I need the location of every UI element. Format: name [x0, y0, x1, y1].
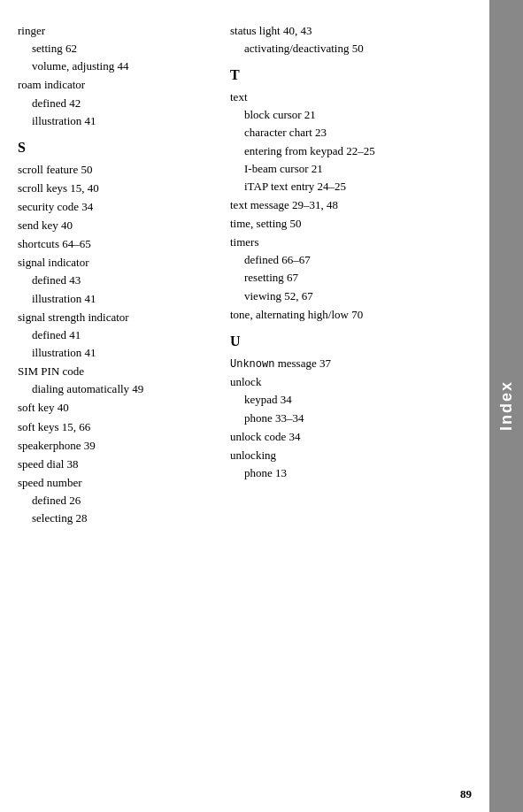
index-entry: unlock: [230, 373, 472, 391]
index-sub-entry: block cursor 21: [230, 106, 472, 124]
index-sub-entry: illustration 41: [18, 344, 212, 362]
index-sub-entry: resetting 67: [230, 269, 472, 287]
index-sub-entry: defined 42: [18, 95, 212, 112]
index-sub-entry: phone 13: [230, 464, 472, 482]
index-entry: speakerphone 39: [18, 437, 212, 455]
index-sub-entry: setting 62: [18, 40, 212, 57]
index-sub-entry: defined 26: [18, 492, 212, 509]
index-entry: status light 40, 43: [230, 22, 472, 40]
index-entry: shortcuts 64–65: [18, 235, 212, 253]
index-entry: speed dial 38: [18, 456, 212, 473]
index-sub-entry: keypad 34: [230, 391, 472, 409]
index-entry: time, setting 50: [230, 215, 472, 233]
main-content: ringersetting 62volume, adjusting 44roam…: [0, 0, 489, 812]
index-sub-entry: phone 33–34: [230, 410, 472, 427]
index-entry: signal indicator: [18, 254, 212, 272]
index-sub-entry: defined 66–67: [230, 251, 472, 269]
index-entry: timers: [230, 234, 472, 251]
section-letter: T: [230, 65, 472, 87]
index-entry: send key 40: [18, 217, 212, 234]
index-sub-entry: illustration 41: [18, 112, 212, 130]
index-entry: SIM PIN code: [18, 363, 212, 380]
index-sub-entry: viewing 52, 67: [230, 287, 472, 305]
index-entry: soft keys 15, 66: [18, 418, 212, 436]
index-sub-entry: character chart 23: [230, 124, 472, 142]
index-sub-entry: defined 41: [18, 326, 212, 344]
index-sub-entry: iTAP text entry 24–25: [230, 178, 472, 195]
index-entry: security code 34: [18, 198, 212, 216]
index-sub-entry: illustration 41: [18, 290, 212, 308]
sidebar: Index: [489, 0, 523, 812]
index-entry: scroll keys 15, 40: [18, 180, 212, 197]
mono-word: Unknown: [230, 358, 274, 371]
index-entry: roam indicator: [18, 76, 212, 94]
index-entry: soft key 40: [18, 399, 212, 417]
index-entry: unlocking: [230, 447, 472, 464]
left-column: ringersetting 62volume, adjusting 44roam…: [18, 21, 212, 794]
index-sub-entry: I-beam cursor 21: [230, 160, 472, 178]
section-letter: U: [230, 331, 472, 353]
index-entry: signal strength indicator: [18, 309, 212, 326]
index-entry: tone, alternating high/low 70: [230, 306, 472, 324]
index-sub-entry: volume, adjusting 44: [18, 57, 212, 75]
index-entry: speed number: [18, 474, 212, 492]
section-letter: S: [18, 137, 212, 159]
right-column: status light 40, 43activating/deactivati…: [230, 21, 472, 794]
index-entry: text: [230, 88, 472, 106]
index-entry: scroll feature 50: [18, 161, 212, 179]
index-sub-entry: defined 43: [18, 272, 212, 289]
index-sub-entry: entering from keypad 22–25: [230, 142, 472, 160]
index-entry: text message 29–31, 48: [230, 196, 472, 214]
index-entry-mono: Unknown message 37: [230, 355, 472, 373]
index-entry: ringer: [18, 22, 212, 40]
sidebar-label: Index: [497, 380, 516, 431]
index-sub-entry: selecting 28: [18, 509, 212, 527]
index-sub-entry: dialing automatically 49: [18, 380, 212, 398]
index-entry: unlock code 34: [230, 428, 472, 446]
index-sub-entry: activating/deactivating 50: [230, 40, 472, 57]
page-number: 89: [460, 787, 472, 801]
